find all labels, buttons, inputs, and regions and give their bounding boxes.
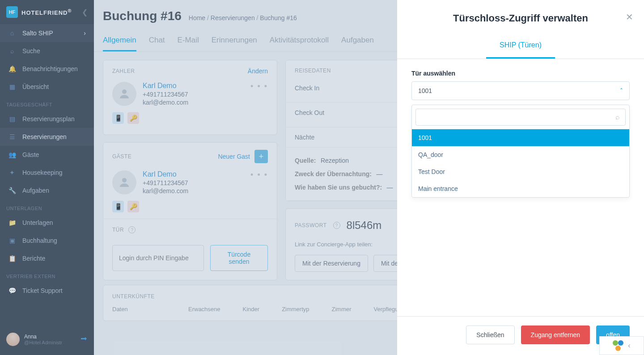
dropdown-option-1001[interactable]: 1001 (412, 129, 629, 146)
chevron-up-icon: ˄ (620, 87, 623, 94)
dropdown-option-qa-door[interactable]: QA_door (412, 146, 629, 163)
chevron-left-icon: ‹ (628, 342, 630, 350)
door-select-label: Tür auswählen (411, 70, 630, 77)
door-access-modal: Türschloss-Zugriff verwalten ✕ SHIP (Tür… (397, 0, 644, 355)
modal-close-btn[interactable]: Schließen (466, 325, 514, 344)
modal-title: Türschloss-Zugriff verwalten (411, 13, 630, 24)
dropdown-option-test-door[interactable]: Test Door (412, 163, 629, 180)
door-dropdown: ⌕ 1001 QA_door Test Door Main entrance (411, 105, 630, 198)
modal-close-button[interactable]: ✕ (626, 12, 633, 22)
door-select[interactable]: 1001 ˄ (411, 81, 630, 100)
dropdown-search-input[interactable]: ⌕ (415, 109, 626, 126)
yii-logo-icon (613, 340, 623, 351)
debug-widget[interactable]: ‹ (599, 336, 644, 355)
search-icon: ⌕ (615, 113, 620, 121)
modal-tabs: SHIP (Türen) (397, 33, 644, 59)
modal-tab-ship[interactable]: SHIP (Türen) (486, 33, 555, 59)
modal-remove-access-btn[interactable]: Zugang entfernen (521, 325, 590, 344)
door-select-value: 1001 (418, 87, 432, 94)
dropdown-option-main-entrance[interactable]: Main entrance (412, 180, 629, 197)
